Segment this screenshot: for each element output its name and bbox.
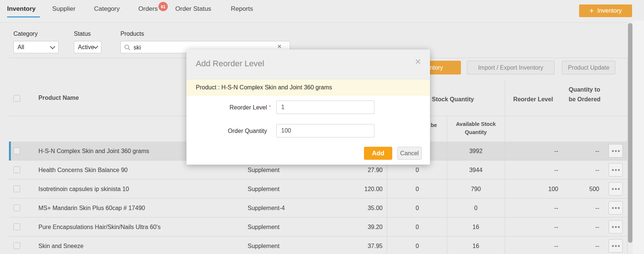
import-export-inventory-button[interactable]: Import / Export Inventory: [467, 61, 555, 74]
category-select[interactable]: All: [13, 41, 59, 53]
price-cell: 120.00: [328, 180, 383, 199]
row-checkbox[interactable]: [13, 166, 20, 173]
available-stock-cell: 16: [447, 236, 505, 254]
qty-ordered-cell: --: [548, 161, 599, 180]
status-select[interactable]: Active: [74, 41, 101, 53]
tab-category[interactable]: Category: [94, 5, 120, 13]
qty-ordered-cell: 500: [548, 180, 599, 199]
order-quantity-label: Order Quantity: [194, 128, 267, 134]
add-inventory-label: Inventory: [597, 7, 622, 14]
category-cell: Supplement: [248, 180, 279, 199]
table-row[interactable]: Pure Encapsulations Hair/Skin/Nails Ultr…: [9, 218, 627, 236]
category-select-value: All: [18, 44, 24, 51]
row-checkbox[interactable]: [13, 204, 20, 211]
add-button[interactable]: Add: [364, 147, 392, 160]
close-icon[interactable]: ✕: [415, 57, 421, 66]
row-actions-button[interactable]: [609, 182, 623, 196]
qty-to-be-cell: 0: [388, 218, 447, 236]
row-actions-button[interactable]: [609, 239, 623, 253]
tab-reports[interactable]: Reports: [231, 5, 253, 13]
status-select-value: Active: [78, 44, 94, 51]
modal-product-banner: Product : H-S-N Complex Skin and Joint 3…: [186, 79, 430, 96]
price-cell: 35.00: [328, 199, 383, 218]
price-cell: 37.95: [328, 236, 383, 254]
header-stock-quantity[interactable]: Stock Quantity: [432, 96, 474, 103]
scrollbar-gutter: [633, 20, 644, 254]
header-reorder-level[interactable]: Reorder Level: [506, 96, 560, 103]
add-reorder-level-modal: Add Reorder Level ✕ Product : H-S-N Comp…: [186, 50, 430, 165]
column-divider: [505, 80, 505, 254]
reorder-level-input[interactable]: [276, 101, 374, 114]
available-stock-cell: 790: [447, 180, 505, 199]
category-cell: Supplement: [248, 218, 279, 236]
available-stock-cell: 0: [447, 199, 505, 218]
tab-orders[interactable]: Orders: [138, 5, 158, 13]
chevron-down-icon: [50, 44, 55, 49]
qty-ordered-cell: --: [548, 142, 599, 161]
search-icon: [124, 44, 131, 51]
modal-product-text: Product : H-S-N Complex Skin and Joint 3…: [196, 84, 332, 91]
row-checkbox[interactable]: [13, 147, 20, 154]
selected-row-indicator: [9, 142, 11, 161]
products-filter-label: Products: [120, 31, 144, 37]
header-qty-to-be-ordered[interactable]: Quantity to be Ordered: [569, 85, 604, 104]
product-name-cell: Pure Encapsulations Hair/Skin/Nails Ultr…: [38, 218, 161, 236]
product-update-button[interactable]: Product Update: [562, 61, 615, 74]
row-actions-button[interactable]: [609, 220, 623, 234]
product-name-cell: Health Concerns Skin Balance 90: [38, 161, 128, 180]
orders-count-badge: 61: [158, 2, 168, 11]
content-right-border: [627, 58, 628, 254]
header-product-name[interactable]: Product Name: [38, 95, 79, 101]
subheader-available-stock: Available Stock Quantity: [447, 120, 505, 136]
subheader-qty-to-be-fragment: be: [431, 122, 437, 128]
required-asterisk: *: [269, 104, 271, 110]
available-stock-cell: 16: [447, 218, 505, 236]
active-tab-underline: [7, 16, 40, 18]
product-name-cell: MS+ Mandarin Skin Plus 60cap # 17490: [38, 199, 145, 218]
row-checkbox[interactable]: [13, 242, 20, 249]
top-navigation: Inventory Supplier Category Orders Order…: [0, 0, 644, 23]
select-all-checkbox[interactable]: [13, 95, 20, 102]
category-filter-label: Category: [13, 31, 38, 37]
row-actions-button[interactable]: [609, 144, 623, 158]
cancel-button[interactable]: Cancel: [397, 147, 422, 160]
category-cell: Supplement: [248, 236, 279, 254]
category-cell: Supplement-4: [248, 199, 285, 218]
row-actions-button[interactable]: [609, 163, 623, 177]
table-row[interactable]: MS+ Mandarin Skin Plus 60cap # 17490 Sup…: [9, 199, 627, 218]
table-row[interactable]: Skin and Sneeze Supplement 37.95 0 16 --…: [9, 236, 627, 254]
modal-title: Add Reorder Level: [196, 59, 264, 69]
product-name-cell: Isotretinoin capsules ip skinista 10: [38, 180, 129, 199]
tab-order-status[interactable]: Order Status: [175, 5, 211, 13]
price-cell: 39.20: [328, 218, 383, 236]
scrollbar-thumb[interactable]: [628, 23, 632, 243]
available-stock-cell: 3992: [447, 142, 505, 161]
table-row[interactable]: Isotretinoin capsules ip skinista 10 Sup…: [9, 180, 627, 199]
tab-inventory[interactable]: Inventory: [7, 5, 36, 13]
plus-icon: +: [589, 7, 594, 15]
row-actions-button[interactable]: [609, 201, 623, 215]
inventory-page: Inventory Supplier Category Orders Order…: [0, 0, 644, 254]
qty-to-be-cell: 0: [388, 180, 447, 199]
add-inventory-button[interactable]: + Inventory: [579, 4, 632, 17]
product-name-cell: H-S-N Complex Skin and Joint 360 grams: [38, 142, 149, 161]
clear-search-icon[interactable]: ✕: [277, 43, 282, 50]
qty-ordered-cell: --: [548, 199, 599, 218]
qty-to-be-cell: 0: [388, 236, 447, 254]
column-divider: [447, 116, 447, 254]
row-checkbox[interactable]: [13, 185, 20, 192]
row-checkbox[interactable]: [13, 223, 20, 230]
qty-ordered-cell: --: [548, 218, 599, 236]
reorder-level-label: Reorder Level: [194, 104, 267, 111]
qty-ordered-cell: --: [548, 236, 599, 254]
tab-supplier[interactable]: Supplier: [52, 5, 75, 13]
available-stock-cell: 3944: [447, 161, 505, 180]
product-name-cell: Skin and Sneeze: [38, 236, 84, 254]
status-filter-label: Status: [74, 31, 91, 37]
order-quantity-input[interactable]: [276, 124, 374, 137]
qty-to-be-cell: 0: [388, 199, 447, 218]
modal-header: Add Reorder Level ✕: [186, 50, 430, 79]
